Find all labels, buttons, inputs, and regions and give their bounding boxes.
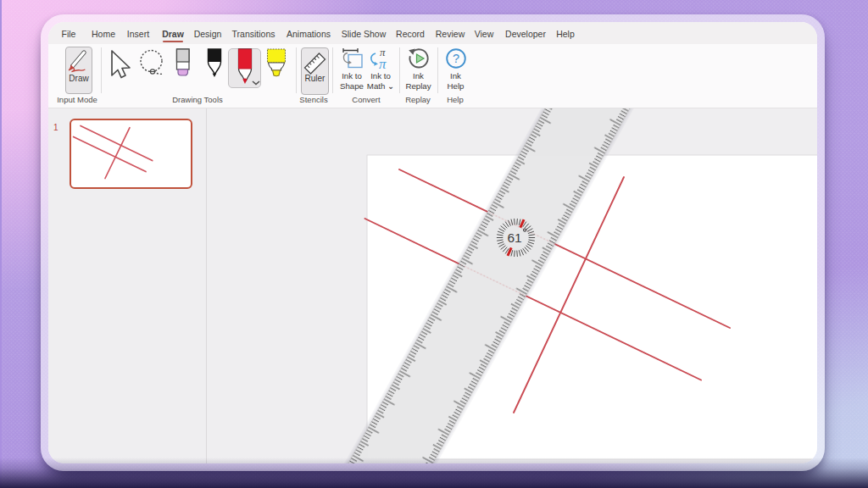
svg-text:61: 61 — [507, 230, 521, 245]
svg-text:?: ? — [453, 52, 459, 65]
svg-text:π: π — [379, 56, 387, 69]
